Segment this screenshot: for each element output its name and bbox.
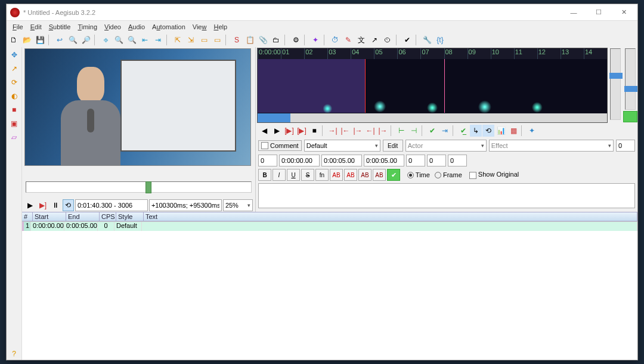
color1-button[interactable]: AB — [330, 169, 343, 181]
goto-sel-icon[interactable]: ⇥ — [439, 125, 451, 137]
lead-out-icon[interactable]: ⊣ — [408, 125, 420, 137]
play-after-start-icon[interactable]: |← — [339, 125, 351, 137]
menu-automation[interactable]: Automation — [148, 23, 189, 31]
open-file-icon[interactable]: 📂 — [21, 34, 33, 46]
audio-next-line-icon[interactable]: ▶ — [271, 125, 283, 137]
menu-audio[interactable]: Audio — [125, 23, 148, 31]
margin-l-field[interactable] — [406, 155, 425, 166]
find-icon[interactable]: 🔍 — [67, 34, 79, 46]
minimize-button[interactable]: — — [561, 5, 586, 20]
maximize-button[interactable]: ☐ — [586, 5, 611, 20]
play-video-icon[interactable]: ▶ — [24, 199, 36, 211]
time-radio[interactable]: Time — [407, 171, 430, 179]
audio-stop-icon[interactable]: ■ — [308, 125, 320, 137]
play-line-icon[interactable]: ▶] — [37, 199, 48, 211]
audio-hzoom-slider[interactable] — [610, 48, 621, 120]
underline-button[interactable]: U — [287, 169, 300, 181]
video-display[interactable] — [24, 48, 251, 166]
scrollbar-thumb[interactable] — [258, 113, 290, 122]
italic-button[interactable]: I — [273, 169, 286, 181]
col-end[interactable]: End — [66, 212, 100, 221]
table-row[interactable]: 1 0:00:00.00 0:00:05.00 0 Default — [22, 222, 637, 231]
audio-prev-line-icon[interactable]: ◀ — [258, 125, 270, 137]
comment-checkbox[interactable]: Comment — [258, 140, 302, 151]
col-style[interactable]: Style — [116, 212, 144, 221]
help-tool-icon[interactable]: ? — [8, 348, 20, 360]
commit-tick-icon[interactable]: ✔ — [426, 125, 438, 137]
commit-text-button[interactable]: ✔ — [387, 169, 400, 181]
style-combo[interactable]: Default — [304, 140, 380, 152]
video-zoomout-icon[interactable]: 🔍 — [126, 34, 138, 46]
tag-cycle-icon[interactable]: {t} — [434, 34, 446, 46]
col-text[interactable]: Text — [144, 212, 637, 221]
margin-extra-field[interactable] — [616, 140, 635, 152]
font-button[interactable]: fn — [315, 169, 329, 181]
video-jump-icon[interactable]: ⎆ — [100, 34, 112, 46]
autoscroll-toggle-icon[interactable]: ⟲ — [63, 199, 74, 211]
undo-icon[interactable]: ↩ — [54, 34, 66, 46]
scale-tool-icon[interactable]: ■ — [8, 104, 20, 116]
medusa-toggle-icon[interactable]: ▦ — [507, 125, 519, 137]
menu-file[interactable]: File — [9, 23, 27, 31]
rotate-z-tool-icon[interactable]: ⟳ — [8, 76, 20, 88]
audio-play-line-icon[interactable]: [▶] — [296, 125, 308, 137]
automation-icon[interactable]: ⚙ — [290, 34, 302, 46]
col-cps[interactable]: CPS — [100, 212, 116, 221]
col-start[interactable]: Start — [33, 212, 66, 221]
pause-icon[interactable]: ⏸ — [49, 199, 61, 211]
menu-help[interactable]: Help — [210, 23, 231, 31]
save-file-icon[interactable]: 💾 — [34, 34, 46, 46]
color4-button[interactable]: AB — [373, 169, 386, 181]
color2-button[interactable]: AB — [344, 169, 357, 181]
audio-hscrollbar[interactable] — [258, 113, 607, 122]
timing-post-icon[interactable]: ⏲ — [382, 34, 394, 46]
menu-video[interactable]: Video — [101, 23, 125, 31]
start-time-field[interactable] — [279, 155, 320, 166]
audio-commit-button[interactable] — [623, 111, 637, 122]
shift-times-icon[interactable]: ⏱ — [329, 34, 341, 46]
spectrum-toggle-icon[interactable]: 📊 — [495, 125, 507, 137]
menu-edit[interactable]: Edit — [27, 23, 45, 31]
shift-scene-icon[interactable]: ▭ — [211, 34, 223, 46]
play-before-start-icon[interactable]: →| — [327, 125, 339, 137]
fonts-collector-icon[interactable]: 🗀 — [270, 34, 282, 46]
margin-v-field[interactable] — [448, 155, 467, 166]
frame-radio[interactable]: Frame — [435, 171, 462, 179]
subs-delay-field[interactable] — [149, 199, 222, 211]
styles-manager-icon[interactable]: S — [231, 34, 243, 46]
rotate-xy-tool-icon[interactable]: ◐ — [8, 90, 20, 102]
auto-commit-toggle-icon[interactable]: ✔̲ — [457, 125, 469, 137]
auto-scroll-toggle-icon[interactable]: ⟲ — [482, 125, 494, 137]
vector-clip-tool-icon[interactable]: ▱ — [8, 131, 20, 143]
replace-icon[interactable]: 🔎 — [80, 34, 92, 46]
properties-icon[interactable]: 📋 — [244, 34, 256, 46]
show-original-checkbox[interactable]: Show Original — [469, 171, 519, 178]
actor-combo[interactable]: Actor — [405, 140, 487, 152]
close-button[interactable]: ✕ — [611, 5, 636, 20]
translation-assist-icon[interactable]: 文 — [355, 34, 367, 46]
layer-field[interactable] — [258, 155, 277, 166]
col-number[interactable]: # — [22, 212, 33, 221]
snap-end-icon[interactable]: ⇲ — [185, 34, 197, 46]
margin-r-field[interactable] — [427, 155, 446, 166]
video-start-icon[interactable]: ⇤ — [139, 34, 151, 46]
audio-play-sel-icon[interactable]: [▶] — [283, 125, 295, 137]
effect-combo[interactable]: Effect — [489, 140, 614, 152]
menu-subtitle[interactable]: Subtitle — [45, 23, 75, 31]
color3-button[interactable]: AB — [358, 169, 371, 181]
new-file-icon[interactable]: 🗋 — [8, 34, 20, 46]
attachments-icon[interactable]: 📎 — [257, 34, 269, 46]
snap-start-icon[interactable]: ⇱ — [172, 34, 184, 46]
clip-tool-icon[interactable]: ▣ — [8, 118, 20, 129]
subtitle-text-input[interactable] — [258, 183, 635, 208]
resample-icon[interactable]: ↗ — [369, 34, 380, 46]
video-zoomin-icon[interactable]: 🔍 — [113, 34, 125, 46]
audio-vzoom-slider[interactable] — [625, 48, 636, 110]
drag-tool-icon[interactable]: ↗ — [8, 63, 20, 75]
play-end-icon[interactable]: |→ — [377, 125, 389, 137]
options-icon[interactable]: 🔧 — [421, 34, 433, 46]
style-assist-icon[interactable]: ✎ — [342, 34, 354, 46]
bold-button[interactable]: B — [258, 169, 271, 181]
subtitle-grid[interactable]: 1 0:00:00.00 0:00:05.00 0 Default — [22, 221, 637, 360]
play-after-end-icon[interactable]: ←| — [364, 125, 376, 137]
